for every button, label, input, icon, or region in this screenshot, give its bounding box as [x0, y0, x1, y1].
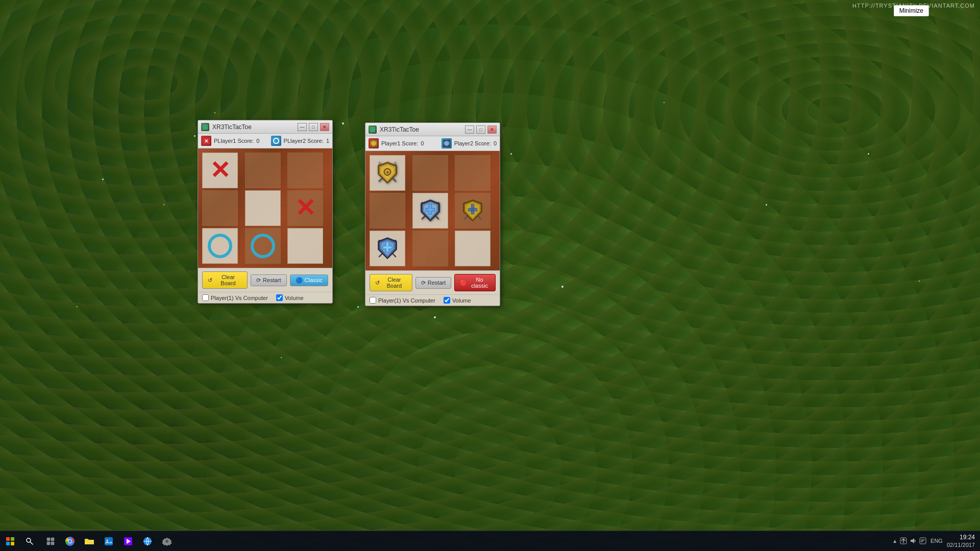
cell2-0-1[interactable]	[412, 155, 448, 191]
folder-icon[interactable]	[80, 532, 99, 550]
minimize-control-2[interactable]: —	[465, 126, 474, 134]
browser-icon[interactable]	[138, 532, 157, 550]
svg-text:✦: ✦	[386, 170, 389, 175]
close-control-1[interactable]: ✕	[320, 123, 329, 131]
cell2-2-0[interactable]	[370, 231, 405, 266]
svg-rect-48	[51, 542, 54, 545]
photos-icon[interactable]	[100, 532, 118, 550]
shield-p1-icon: ✦	[374, 159, 401, 187]
sparkle	[664, 102, 665, 103]
sparkle	[766, 204, 767, 206]
volume-checkbox-1[interactable]	[276, 294, 283, 301]
button-bar-2: ↺ Clear Board ⟳ Restart 🔴 No classic	[365, 270, 500, 294]
cell-1-0[interactable]	[202, 190, 238, 226]
vs-computer-checkbox-2[interactable]	[370, 297, 376, 304]
game-board-1: ✕ ✕	[198, 148, 332, 268]
mode-button-2[interactable]: 🔴 No classic	[454, 274, 496, 291]
window-noclassic: XR3TicTacToe — □ ✕ Player1 Score: 0	[365, 122, 500, 306]
cell-1-2[interactable]: ✕	[287, 190, 323, 226]
svg-rect-38	[383, 246, 391, 248]
language-indicator: ENG	[930, 538, 943, 544]
sparkle	[357, 306, 359, 308]
maximize-control-1[interactable]: □	[309, 123, 318, 131]
hidden-icons-arrow[interactable]: ▲	[892, 538, 897, 544]
close-control-2[interactable]: ✕	[487, 126, 497, 134]
app-icon-1	[201, 123, 209, 131]
sparkle	[102, 179, 104, 180]
volume-checkbox-2[interactable]	[444, 297, 450, 304]
restart-button-2[interactable]: ⟳ Restart	[415, 277, 451, 289]
cell2-1-1[interactable]	[412, 193, 448, 229]
window-controls-1: — □ ✕	[298, 123, 329, 131]
svg-text:✕: ✕	[204, 138, 208, 144]
search-button[interactable]	[20, 532, 39, 550]
titlebar-1: XR3TicTacToe — □ ✕	[198, 120, 332, 134]
sparkle	[77, 306, 78, 307]
minimize-control-1[interactable]: —	[298, 123, 307, 131]
player1-avatar-2	[369, 138, 379, 148]
game-board-2: ✦	[365, 151, 500, 270]
cell-2-2[interactable]	[287, 228, 323, 264]
cell2-2-1[interactable]	[412, 231, 448, 266]
cell2-0-0[interactable]: ✦	[370, 155, 405, 191]
player2-score-val-2: 0	[494, 140, 497, 146]
taskbar: ▲ ENG 19:24 02/11/2017	[0, 531, 980, 551]
cell-1-1[interactable]	[245, 190, 281, 226]
svg-rect-47	[47, 542, 50, 545]
clear-icon-2: ↺	[375, 280, 380, 286]
cell2-1-0[interactable]	[370, 193, 405, 229]
chrome-icon[interactable]	[61, 532, 79, 550]
cell-0-0[interactable]: ✕	[202, 153, 238, 188]
svg-rect-52	[105, 537, 113, 545]
window-classic: XR3TicTacToe — □ ✕ ✕ PLlayer1 Score: 0	[198, 120, 333, 304]
cell2-2-2[interactable]	[455, 231, 491, 266]
volume-option-2: Volume	[444, 297, 471, 304]
mode-button-1[interactable]: 🔵 Classic	[290, 274, 328, 286]
sparkle	[561, 286, 564, 288]
svg-rect-39	[6, 537, 10, 541]
vs-computer-checkbox-1[interactable]	[202, 294, 209, 301]
volume-icon	[910, 537, 917, 544]
action-center-icon	[919, 537, 926, 544]
settings-icon[interactable]	[158, 532, 176, 550]
time-display: 19:24	[947, 534, 975, 542]
window-controls-2: — □ ✕	[465, 126, 497, 134]
sparkle	[919, 281, 920, 282]
cell-2-1[interactable]	[245, 228, 281, 264]
shield-variant-icon	[459, 197, 486, 224]
vs-computer-label-2: Player(1) Vs Computer	[378, 297, 435, 304]
restart-button-1[interactable]: ⟳ Restart	[251, 274, 286, 286]
score-bar-1: ✕ PLlayer1 Score: 0 PLlayer2 Score: 1	[198, 134, 332, 148]
clear-board-button-1[interactable]: ↺ Clear Board	[202, 271, 248, 289]
sparkle	[281, 357, 282, 358]
player2-label-1: PLlayer2 Score:	[284, 138, 324, 144]
cell2-1-2[interactable]	[455, 193, 491, 229]
sparkle	[194, 135, 195, 137]
start-button[interactable]	[0, 531, 20, 552]
o-mark-2-1	[251, 234, 275, 258]
maximize-control-2[interactable]: □	[476, 126, 485, 134]
cell2-0-2[interactable]	[455, 155, 491, 191]
options-bar-2: Player(1) Vs Computer Volume	[365, 294, 500, 306]
sparkle	[342, 122, 344, 124]
titlebar-2: XR3TicTacToe — □ ✕	[365, 123, 500, 136]
player1-score-2: Player1 Score: 0	[369, 138, 424, 148]
clear-board-button-2[interactable]: ↺ Clear Board	[370, 274, 412, 291]
cell-2-0[interactable]	[202, 228, 238, 264]
svg-rect-9	[370, 127, 375, 132]
cell-0-1[interactable]	[245, 153, 281, 188]
task-view-icon[interactable]	[41, 532, 60, 550]
volume-option-1: Volume	[276, 294, 304, 301]
svg-point-43	[27, 538, 31, 542]
taskbar-time-date: 19:24 02/11/2017	[947, 534, 975, 549]
minimize-button[interactable]: Minimize	[894, 5, 929, 16]
x-mark-0-0: ✕	[210, 158, 230, 183]
media-icon[interactable]	[119, 532, 137, 550]
sparkle	[510, 153, 512, 155]
score-bar-2: Player1 Score: 0 Player2 Score: 0	[365, 136, 500, 151]
player1-score-val-1: 0	[256, 138, 259, 144]
svg-point-57	[165, 540, 168, 543]
player1-label-2: Player1 Score:	[381, 140, 418, 146]
player2-label-2: Player2 Score:	[454, 140, 491, 146]
cell-0-2[interactable]	[287, 153, 323, 188]
